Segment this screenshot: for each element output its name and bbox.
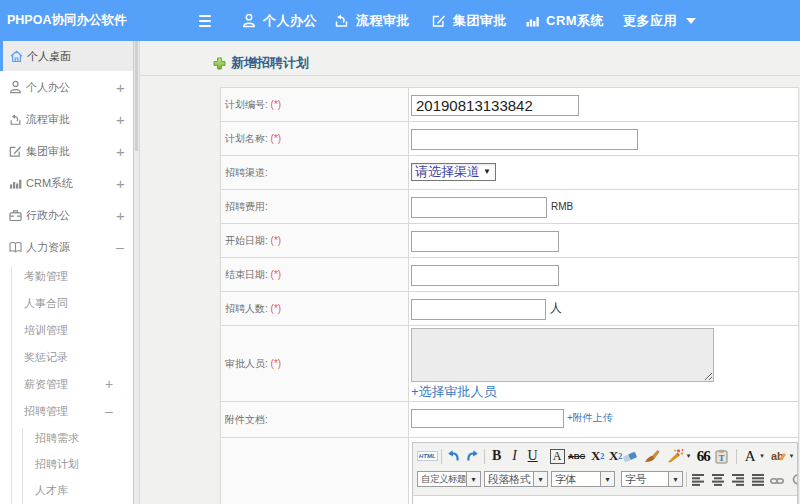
svg-text:T: T [718, 453, 724, 463]
